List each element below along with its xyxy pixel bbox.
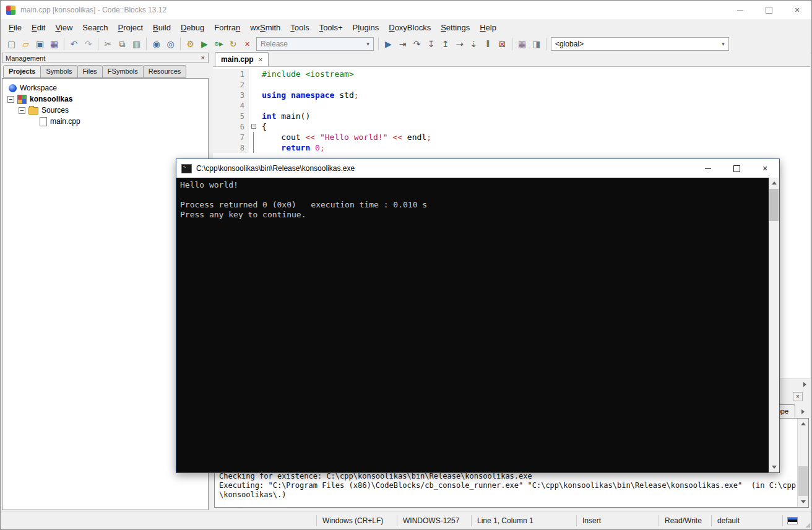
file-icon (40, 117, 47, 126)
stop-debugger-button[interactable]: ⊠ (495, 37, 509, 51)
logs-vertical-scrollbar[interactable] (797, 419, 808, 507)
tree-item-konsoolikas[interactable]: konsoolikas (2, 93, 208, 105)
fold-margin[interactable] (249, 142, 259, 153)
step-out-button[interactable]: ↥ (438, 37, 452, 51)
next-line-button[interactable]: ↷ (410, 37, 424, 51)
menu-view[interactable]: View (50, 20, 77, 35)
rebuild-button[interactable]: ↻ (226, 37, 240, 51)
menu-doxyblocks[interactable]: DoxyBlocks (384, 20, 436, 35)
code-text: #include <iostream> (259, 69, 354, 79)
fold-margin[interactable] (249, 111, 259, 121)
line-number: 4 (213, 100, 249, 111)
new-file-button[interactable]: ▢ (4, 37, 19, 51)
build-log-line: Checking for existence: C:\cpp\konsoolik… (219, 472, 796, 481)
management-tab-symbols[interactable]: Symbols (40, 65, 77, 78)
logs-close-button[interactable]: × (793, 392, 803, 401)
management-tab-files[interactable]: Files (77, 65, 103, 78)
redo-button[interactable]: ↷ (81, 37, 95, 51)
console-minimize-button[interactable] (694, 159, 722, 178)
tree-expander-icon[interactable] (7, 96, 14, 103)
tree-item-workspace[interactable]: Workspace (2, 82, 208, 93)
code-text: cout << "Hello world!" << endl; (259, 132, 431, 142)
editor-line: 6{ (213, 121, 810, 132)
fold-margin[interactable] (249, 69, 259, 79)
paste-button[interactable]: ▥ (129, 37, 144, 51)
tree-item-main-cpp[interactable]: main.cpp (2, 116, 208, 127)
various-info-button[interactable]: ◨ (529, 37, 543, 51)
code-text: using namespace std; (259, 90, 359, 100)
tree-expander-icon[interactable] (19, 107, 25, 114)
toolbar-separator (378, 38, 379, 50)
break-debugger-button[interactable]: ‖ (481, 37, 495, 51)
management-tab-projects[interactable]: Projects (3, 65, 41, 78)
debug-continue-button[interactable]: ▶ (381, 37, 395, 51)
find-button[interactable]: ◉ (149, 37, 163, 51)
menu-search[interactable]: Search (77, 20, 113, 35)
next-instruction-button[interactable]: ⇢ (452, 37, 467, 51)
step-into-button[interactable]: ↧ (424, 37, 438, 51)
scroll-down-icon[interactable] (798, 497, 808, 507)
fold-margin[interactable] (249, 79, 259, 90)
scroll-down-icon[interactable] (769, 462, 779, 472)
management-close-button[interactable]: × (201, 54, 205, 61)
fold-margin[interactable] (249, 100, 259, 111)
build-button[interactable]: ⚙ (183, 37, 197, 51)
menu-edit[interactable]: Edit (27, 20, 50, 35)
tree-item-label: main.cpp (50, 117, 80, 126)
menu-wxsmith[interactable]: wxSmith (245, 20, 285, 35)
fold-margin[interactable] (249, 132, 259, 142)
console-vertical-scrollbar[interactable] (769, 178, 779, 472)
cut-button[interactable]: ✂ (101, 37, 115, 51)
management-tab-fsymbols[interactable]: FSymbols (102, 65, 144, 78)
debugging-windows-button[interactable]: ▦ (515, 37, 529, 51)
logs-vscroll-thumb[interactable] (798, 466, 808, 496)
fold-margin[interactable] (249, 90, 259, 100)
minimize-button[interactable] (726, 1, 754, 19)
abort-build-button[interactable]: × (240, 37, 254, 51)
management-tab-resources[interactable]: Resources (143, 65, 187, 78)
tree-item-sources[interactable]: Sources (2, 105, 208, 116)
build-and-run-button[interactable]: ⚙▶ (212, 37, 226, 51)
status-bar: Windows (CR+LF)WINDOWS-1257Line 1, Colum… (1, 511, 811, 529)
menu-fortran[interactable]: Fortran (209, 20, 245, 35)
console-close-button[interactable]: × (751, 159, 779, 178)
resize-grip[interactable]: ◢ (801, 511, 811, 529)
menu-tools[interactable]: Tools+ (314, 20, 348, 35)
folder-icon (28, 107, 38, 115)
maximize-button[interactable] (754, 1, 783, 19)
build-target-combo-value: Release (261, 40, 288, 48)
undo-button[interactable]: ↶ (67, 37, 81, 51)
editor-line: 5int main() (213, 111, 810, 121)
save-file-button[interactable]: ▣ (33, 37, 47, 51)
save-all-files-button[interactable]: ▦ (47, 37, 61, 51)
build-target-combo[interactable]: Release▾ (256, 37, 374, 51)
status-readwrite: Read/Write (659, 515, 711, 526)
scroll-up-icon[interactable] (798, 419, 808, 429)
replace-button[interactable]: ◎ (163, 37, 178, 51)
menu-file[interactable]: File (4, 20, 27, 35)
menu-settings[interactable]: Settings (436, 20, 475, 35)
symbol-scope-combo[interactable]: <global>▾ (551, 37, 729, 51)
toolbar-separator (98, 38, 98, 50)
menu-plugins[interactable]: Plugins (348, 20, 384, 35)
open-file-button[interactable]: ▱ (19, 37, 33, 51)
editor-tab-close-icon[interactable]: × (259, 56, 262, 63)
copy-button[interactable]: ⧉ (115, 37, 129, 51)
fold-margin[interactable] (249, 121, 259, 132)
run-button[interactable]: ▶ (197, 37, 212, 51)
menu-help[interactable]: Help (475, 20, 501, 35)
run-to-cursor-button[interactable]: ⇥ (395, 37, 410, 51)
console-maximize-button[interactable] (722, 159, 751, 178)
close-button[interactable]: × (783, 1, 811, 19)
tab-scroll-right-icon[interactable] (798, 407, 808, 417)
menu-debug[interactable]: Debug (176, 20, 209, 35)
editor-tab-main-cpp[interactable]: main.cpp × (215, 52, 269, 66)
scroll-up-icon[interactable] (769, 178, 779, 188)
menu-project[interactable]: Project (113, 20, 148, 35)
step-into-instruction-button[interactable]: ⇣ (467, 37, 481, 51)
scroll-right-icon[interactable] (800, 379, 810, 389)
menu-build[interactable]: Build (148, 20, 176, 35)
console-icon (181, 164, 192, 173)
menu-tools[interactable]: Tools (285, 20, 314, 35)
console-vscroll-thumb[interactable] (769, 189, 779, 221)
